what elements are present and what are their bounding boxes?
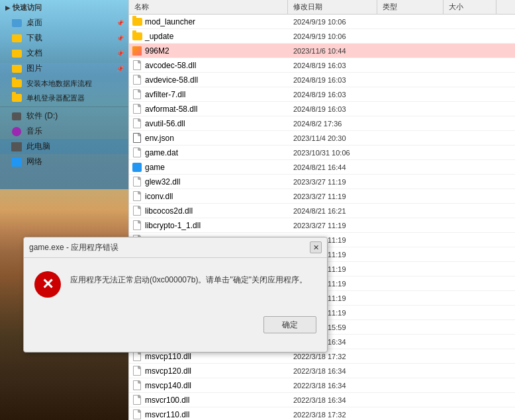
download-icon: [11, 33, 23, 44]
file-icon: [132, 395, 142, 405]
table-row[interactable]: avcodec-58.dll 2024/8/19 16:03: [129, 58, 515, 73]
sidebar-item-network[interactable]: 网络: [0, 154, 129, 169]
file-name: avfilter-7.dll: [145, 90, 185, 99]
file-name-cell: 996M2: [129, 46, 288, 56]
table-row[interactable]: msvcp120.dll 2022/3/18 16:34: [129, 364, 515, 378]
file-name: 996M2: [145, 46, 169, 56]
pin-icon: 📌: [117, 65, 124, 72]
file-name-cell: iconv.dll: [129, 191, 288, 202]
file-date: 2024/8/19 16:03: [288, 91, 374, 99]
sidebar-item-label: 桌面: [26, 17, 42, 28]
table-row[interactable]: avdevice-58.dll 2024/8/19 16:03: [129, 73, 515, 87]
col-header-date[interactable]: 修改日期: [288, 0, 377, 14]
file-date: 2022/3/18 16:34: [288, 396, 374, 404]
table-row[interactable]: 996M2 2023/11/6 10:44: [129, 44, 515, 58]
confirm-button[interactable]: 确定: [263, 316, 316, 333]
sidebar-item-documents[interactable]: 文档 📌: [0, 46, 129, 61]
file-name-cell: libcrypto-1_1.dll: [129, 220, 288, 231]
file-icon: [132, 177, 142, 187]
sidebar-item-label: 图片: [26, 63, 42, 74]
file-name: mod_launcher: [145, 17, 195, 26]
sidebar-item-downloads[interactable]: 下载 📌: [0, 30, 129, 46]
file-name: _update: [145, 32, 173, 41]
table-row[interactable]: msvcr110.dll 2022/3/18 17:32: [129, 407, 515, 420]
pc-icon: [11, 142, 23, 152]
table-row[interactable]: iconv.dll 2023/3/27 11:19: [129, 189, 515, 204]
col-header-name[interactable]: 名称: [129, 0, 288, 14]
file-name-cell: avformat-58.dll: [129, 104, 288, 114]
sidebar-item-label: 单机登录器配置器: [26, 93, 85, 103]
pin-icon: 📌: [117, 50, 124, 57]
col-header-type[interactable]: 类型: [377, 0, 444, 14]
file-date: 2023/3/27 11:19: [288, 178, 374, 186]
file-icon: [132, 60, 142, 71]
table-row[interactable]: msvcr100.dll 2022/3/18 16:34: [129, 393, 515, 407]
dialog-body: ✕ 应用程序无法正常启动(0xc000007b)。请单击"确定"关闭应用程序。: [24, 258, 327, 311]
file-icon: [132, 104, 142, 114]
table-row[interactable]: avformat-58.dll 2024/8/19 16:03: [129, 102, 515, 116]
network-icon: [11, 157, 23, 167]
file-name: glew32.dll: [145, 177, 180, 187]
file-icon: [132, 147, 142, 158]
file-date: 2024/8/19 16:03: [288, 62, 374, 69]
sidebar-item-music[interactable]: 音乐: [0, 124, 129, 139]
table-row[interactable]: _update 2024/9/19 10:06: [129, 29, 515, 44]
sidebar-item-login[interactable]: 单机登录器配置器: [0, 91, 129, 105]
table-row[interactable]: msvcp140.dll 2022/3/18 16:34: [129, 378, 515, 393]
file-date: 2023/11/6 10:44: [288, 47, 374, 55]
table-row[interactable]: game 2024/8/21 16:44: [129, 160, 515, 175]
exe-icon: [132, 162, 142, 173]
table-row[interactable]: libcocos2d.dll 2024/8/21 16:21: [129, 204, 515, 218]
file-name-cell: glew32.dll: [129, 177, 288, 187]
file-name-cell: game.dat: [129, 147, 288, 158]
file-date: 2023/11/4 20:30: [288, 134, 374, 142]
file-name: libcrypto-1_1.dll: [145, 221, 201, 230]
sidebar-item-software[interactable]: 软件 (D:): [0, 108, 129, 124]
image-icon: [132, 46, 142, 56]
sidebar-item-thispc[interactable]: 此电脑: [0, 139, 129, 154]
sidebar-item-install[interactable]: 安装本地数据库流程: [0, 76, 129, 91]
music-icon: [11, 126, 23, 137]
table-row[interactable]: mod_launcher 2024/9/19 10:06: [129, 15, 515, 29]
desktop-icon: [11, 18, 23, 28]
picture-icon: [11, 63, 23, 74]
file-date: 2023/3/27 11:19: [288, 192, 374, 200]
quick-access-label: 快速访问: [13, 3, 42, 13]
sidebar-item-pictures[interactable]: 图片 📌: [0, 61, 129, 76]
file-name: libcocos2d.dll: [145, 206, 193, 216]
table-row[interactable]: glew32.dll 2023/3/27 11:19: [129, 175, 515, 189]
file-list: mod_launcher 2024/9/19 10:06 _update 202…: [129, 15, 515, 420]
file-name-cell: msvcr110.dll: [129, 409, 288, 420]
file-name: avformat-58.dll: [145, 105, 197, 114]
file-date: 2024/8/21 16:21: [288, 207, 374, 215]
file-name: msvcp120.dll: [145, 366, 191, 376]
file-name: iconv.dll: [145, 192, 173, 201]
file-name: avdevice-58.dll: [145, 75, 198, 85]
sidebar-item-desktop[interactable]: 桌面 📌: [0, 15, 129, 30]
file-name-cell: libcocos2d.dll: [129, 206, 288, 216]
file-date: 2024/9/19 10:06: [288, 32, 374, 40]
file-date: 2024/9/19 10:06: [288, 18, 374, 26]
dialog-message: 应用程序无法正常启动(0xc000007b)。请单击"确定"关闭应用程序。: [70, 271, 316, 286]
table-row[interactable]: game.dat 2023/10/31 10:06: [129, 146, 515, 160]
pin-icon: 📌: [117, 20, 124, 26]
folder-icon: [132, 17, 142, 27]
file-icon: [132, 75, 142, 85]
file-icon: [132, 191, 142, 202]
error-icon: ✕: [34, 271, 61, 298]
dialog-close-button[interactable]: ✕: [310, 241, 322, 253]
quick-access-header[interactable]: ▶ 快速访问: [0, 0, 129, 15]
file-list-header: 名称 修改日期 类型 大小: [129, 0, 515, 15]
document-icon: [11, 48, 23, 59]
file-date: 2022/3/18 17:32: [288, 353, 374, 360]
col-header-size[interactable]: 大小: [444, 0, 496, 14]
error-x-symbol: ✕: [42, 276, 54, 293]
sidebar-item-label: 此电脑: [26, 141, 50, 152]
file-name-cell: msvcp120.dll: [129, 366, 288, 376]
table-row[interactable]: avutil-56.dll 2024/8/2 17:36: [129, 116, 515, 131]
table-row[interactable]: libcrypto-1_1.dll 2023/3/27 11:19: [129, 218, 515, 233]
table-row[interactable]: avfilter-7.dll 2024/8/19 16:03: [129, 87, 515, 102]
table-row[interactable]: env.json 2023/11/4 20:30: [129, 131, 515, 146]
file-name: msvcp140.dll: [145, 381, 191, 390]
file-date: 2024/8/2 17:36: [288, 120, 374, 128]
